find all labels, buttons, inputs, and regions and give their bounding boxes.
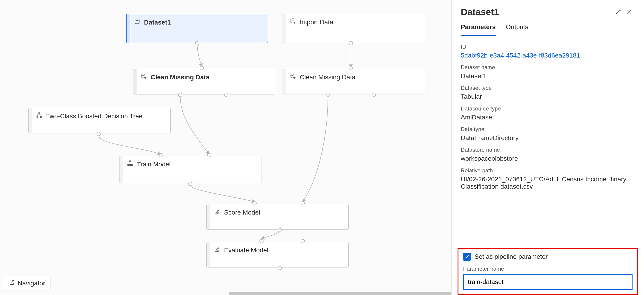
port-in[interactable] xyxy=(200,66,204,70)
train-icon xyxy=(127,160,133,168)
node-label: Score Model xyxy=(224,209,260,216)
value-datasource-type: AmlDataset xyxy=(461,114,635,121)
value-dataset-name: Dataset1 xyxy=(461,72,635,80)
svg-rect-8 xyxy=(40,116,42,118)
node-accent-bar xyxy=(282,14,286,43)
svg-rect-6 xyxy=(39,113,40,114)
port-in[interactable] xyxy=(301,201,305,205)
port-out[interactable] xyxy=(326,93,330,97)
svg-point-18 xyxy=(217,249,218,249)
svg-point-2 xyxy=(142,74,145,75)
node-accent-bar xyxy=(29,108,32,133)
svg-point-1 xyxy=(291,18,295,20)
node-label: Evaluate Model xyxy=(224,246,268,254)
svg-rect-12 xyxy=(132,165,132,166)
dataset-icon xyxy=(134,18,140,26)
node-boosted-decision-tree[interactable]: Two-Class Boosted Decision Tree xyxy=(28,108,171,133)
svg-point-19 xyxy=(218,248,219,249)
node-label: Train Model xyxy=(137,160,171,168)
expand-button[interactable] xyxy=(613,6,624,17)
port-in[interactable] xyxy=(301,239,305,243)
transform-icon xyxy=(290,73,296,81)
tab-parameters[interactable]: Parameters xyxy=(461,19,496,36)
port-in[interactable] xyxy=(252,201,257,205)
pipeline-parameter-section: Set as pipeline parameter Parameter name xyxy=(458,248,638,295)
scatter-icon xyxy=(214,246,220,255)
node-label: Dataset1 xyxy=(144,18,171,26)
panel-title: Dataset1 xyxy=(461,7,613,17)
node-label: Two-Class Boosted Decision Tree xyxy=(46,112,142,120)
close-button[interactable] xyxy=(624,6,635,17)
navigator-button[interactable]: Navigator xyxy=(4,276,50,291)
svg-point-13 xyxy=(216,212,217,213)
pipeline-parameter-checkbox[interactable] xyxy=(463,253,471,261)
label-dataset-name: Dataset name xyxy=(461,64,635,71)
parameter-name-input[interactable] xyxy=(463,274,632,290)
port-out[interactable] xyxy=(224,93,228,97)
node-import-data[interactable]: Import Data xyxy=(282,14,424,43)
node-accent-bar xyxy=(120,156,123,183)
tab-outputs[interactable]: Outputs xyxy=(506,19,528,36)
port-out[interactable] xyxy=(278,266,282,270)
node-score-model[interactable]: Score Model xyxy=(206,204,348,230)
value-data-type: DataFrameDirectory xyxy=(461,134,635,142)
expand-icon xyxy=(615,9,621,15)
check-icon xyxy=(464,254,470,259)
properties-section: ID 5dabf92b-e3a4-4542-a43e-f83d6ea29181 … xyxy=(452,36,644,245)
value-relative-path: UI/02-26-2021_073612_UTC/Adult Census In… xyxy=(461,176,635,190)
close-icon xyxy=(626,9,632,15)
node-accent-bar xyxy=(133,69,137,94)
port-in[interactable] xyxy=(159,153,163,157)
value-datastore-name: workspaceblobstore xyxy=(461,155,635,162)
node-label: Clean Missing Data xyxy=(151,73,210,81)
node-label: Clean Missing Data xyxy=(300,73,356,81)
svg-rect-9 xyxy=(130,161,131,162)
navigator-label: Navigator xyxy=(18,280,45,287)
port-in[interactable] xyxy=(349,66,353,70)
svg-point-16 xyxy=(218,212,218,213)
port-in[interactable] xyxy=(207,153,211,157)
label-data-type: Data type xyxy=(461,126,635,132)
port-out[interactable] xyxy=(372,93,376,97)
svg-point-17 xyxy=(216,250,217,250)
port-out[interactable] xyxy=(188,182,192,186)
svg-point-4 xyxy=(291,74,294,75)
transform-icon xyxy=(140,73,147,81)
port-out[interactable] xyxy=(178,93,182,97)
svg-rect-10 xyxy=(128,165,129,166)
port-out[interactable] xyxy=(349,41,353,45)
node-clean-missing-data-1[interactable]: Clean Missing Data xyxy=(133,69,275,94)
svg-rect-11 xyxy=(130,165,131,166)
label-dataset-type: Dataset type xyxy=(461,85,635,91)
label-relative-path: Relative path xyxy=(461,167,635,174)
node-accent-bar xyxy=(126,14,130,43)
port-in[interactable] xyxy=(260,239,264,243)
node-label: Import Data xyxy=(300,18,333,26)
port-out[interactable] xyxy=(278,228,282,232)
parameter-name-label: Parameter name xyxy=(463,266,632,272)
node-clean-missing-data-2[interactable]: Clean Missing Data xyxy=(282,69,424,94)
pipeline-parameter-checkbox-label: Set as pipeline parameter xyxy=(474,253,548,260)
scatter-icon xyxy=(214,208,220,217)
node-dataset1[interactable]: Dataset1 xyxy=(126,14,268,43)
node-train-model[interactable]: Train Model xyxy=(119,156,262,183)
details-panel: Dataset1 Parameters Outputs ID 5dabf92b-… xyxy=(451,0,644,295)
node-accent-bar xyxy=(282,69,286,94)
port-out[interactable] xyxy=(96,132,101,136)
svg-point-15 xyxy=(218,210,219,211)
node-accent-bar xyxy=(207,204,210,230)
tree-icon xyxy=(36,112,42,120)
svg-point-20 xyxy=(218,250,218,251)
port-out[interactable] xyxy=(195,41,199,45)
svg-point-14 xyxy=(217,211,218,211)
node-accent-bar xyxy=(207,242,210,267)
import-icon xyxy=(290,18,296,26)
label-datasource-type: Datasource type xyxy=(461,105,635,112)
label-datastore-name: Datastore name xyxy=(461,147,635,153)
svg-point-0 xyxy=(135,19,140,20)
value-dataset-type: Tabular xyxy=(461,93,635,100)
node-evaluate-model[interactable]: Evaluate Model xyxy=(206,242,348,268)
label-id: ID xyxy=(461,43,635,50)
popout-icon xyxy=(9,280,15,287)
value-id[interactable]: 5dabf92b-e3a4-4542-a43e-f83d6ea29181 xyxy=(461,52,635,59)
